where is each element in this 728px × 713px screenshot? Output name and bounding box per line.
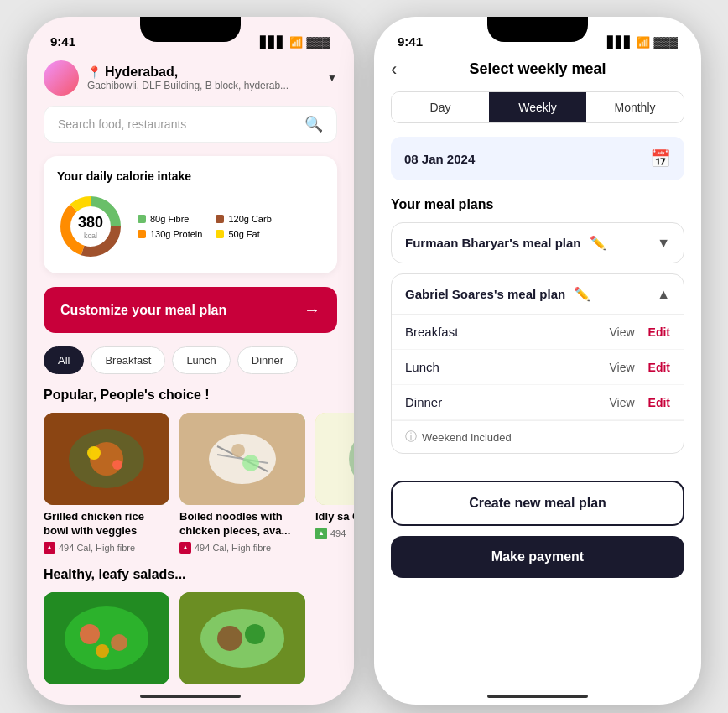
food-image-1 — [44, 413, 169, 505]
period-weekly-button[interactable]: Weekly — [489, 92, 586, 122]
make-payment-button[interactable]: Make payment — [391, 536, 684, 578]
salads-section-title: Healthy, leafy salads... — [27, 567, 354, 592]
calorie-title: Your daily calorie intake — [57, 169, 324, 183]
meal-plan-body-2: Breakfast View Edit Lunch View Edit Dinn… — [392, 314, 684, 453]
location-text: 📍 Hyderabad, Gachibowli, DLF Building, B… — [87, 65, 319, 91]
create-new-meal-plan-button[interactable]: Create new meal plan — [391, 481, 684, 526]
food-badge-2: ▲ — [179, 542, 191, 554]
back-button[interactable]: ‹ — [391, 59, 397, 81]
svg-point-14 — [231, 444, 245, 457]
status-icons-left: ▋▋▋ 📶 ▓▓▓ — [260, 36, 330, 49]
meal-actions-breakfast: View Edit — [609, 325, 670, 339]
meal-name-dinner: Dinner — [405, 395, 442, 409]
meal-plan-header-2[interactable]: Gabriel Soares's meal plan ✏️ ▲ — [392, 274, 684, 314]
view-dinner-button[interactable]: View — [609, 396, 634, 409]
avatar — [44, 60, 79, 96]
svg-point-26 — [217, 626, 242, 651]
weekend-label: Weekend included — [422, 431, 512, 444]
left-phone-content: 📍 Hyderabad, Gachibowli, DLF Building, B… — [27, 54, 354, 688]
fat-label: 50g Fat — [228, 229, 259, 239]
meal-plan-header-1[interactable]: Furmaan Bharyar's meal plan ✏️ ▼ — [392, 223, 684, 263]
meal-name-lunch: Lunch — [405, 360, 439, 374]
svg-rect-16 — [315, 413, 354, 505]
svg-point-9 — [112, 460, 122, 470]
edit-lunch-button[interactable]: Edit — [648, 361, 670, 374]
status-icons-right: ▋▋▋ 📶 ▓▓▓ — [607, 36, 678, 49]
meal-row-breakfast: Breakfast View Edit — [392, 315, 684, 350]
page-header: ‹ Select weekly meal — [374, 54, 701, 91]
edit-breakfast-button[interactable]: Edit — [648, 325, 670, 339]
chevron-down-icon[interactable]: ▼ — [327, 72, 337, 84]
home-indicator-left — [27, 688, 354, 705]
donut-chart: 380 kcal — [57, 193, 124, 260]
edit-dinner-button[interactable]: Edit — [648, 396, 670, 409]
fat-dot — [216, 230, 224, 238]
view-lunch-button[interactable]: View — [609, 361, 634, 374]
meal-actions-lunch: View Edit — [609, 361, 670, 374]
date-selector[interactable]: 08 Jan 2024 📅 — [391, 137, 684, 180]
meal-name-breakfast: Breakfast — [405, 325, 458, 339]
food-cards-salads — [27, 592, 354, 688]
calorie-unit: kcal — [78, 232, 103, 240]
svg-point-15 — [242, 455, 259, 471]
meal-plan-name-2: Gabriel Soares's meal plan ✏️ — [405, 286, 590, 302]
meal-plan-name-1: Furmaan Bharyar's meal plan ✏️ — [405, 235, 606, 251]
fibre-dot — [138, 215, 146, 223]
right-phone: 9:41 ▋▋▋ 📶 ▓▓▓ ‹ Select weekly meal Day … — [374, 17, 701, 705]
view-breakfast-button[interactable]: View — [609, 325, 634, 339]
filter-tab-lunch[interactable]: Lunch — [172, 346, 230, 374]
wifi-icon: 📶 — [289, 36, 303, 49]
arrow-right-icon: → — [304, 300, 320, 320]
time-left: 9:41 — [50, 34, 75, 49]
location-header: 📍 Hyderabad, Gachibowli, DLF Building, B… — [27, 54, 354, 106]
food-title-3: Idly sa Cocon — [315, 510, 354, 524]
food-title-2: Boiled noodles with chicken pieces, ava.… — [179, 510, 305, 539]
filter-tab-breakfast[interactable]: Breakfast — [91, 346, 165, 374]
page-title: Select weekly meal — [469, 60, 606, 78]
battery-icon: ▓▓▓ — [307, 36, 330, 49]
bottom-buttons: Create new meal plan Make payment — [374, 464, 701, 586]
legend-carb: 120g Carb — [216, 214, 280, 224]
food-title-1: Grilled chicken rice bowl with veggies — [44, 510, 169, 539]
food-badge-1: ▲ — [44, 542, 55, 554]
filter-tabs: All Breakfast Lunch Dinner — [27, 346, 354, 388]
notch — [140, 17, 241, 42]
fibre-label: 80g Fibre — [150, 214, 189, 224]
popular-section-title: Popular, People's choice ! — [27, 388, 354, 413]
salad-card-1[interactable] — [44, 592, 169, 688]
home-bar-left — [140, 695, 241, 698]
salad-card-2[interactable] — [179, 592, 305, 688]
food-card-3[interactable]: Idly sa Cocon ▲ 494 — [315, 413, 354, 554]
svg-point-27 — [245, 624, 265, 644]
filter-tab-all[interactable]: All — [44, 346, 84, 374]
home-indicator-right — [374, 688, 701, 705]
filter-tab-dinner[interactable]: Dinner — [237, 346, 298, 374]
customize-meal-plan-button[interactable]: Customize your meal plan → — [44, 287, 337, 333]
meal-plans-label: Your meal plans — [374, 194, 701, 222]
customize-label: Customize your meal plan — [60, 303, 226, 318]
svg-point-21 — [80, 624, 100, 644]
chevron-down-icon-plan1: ▼ — [657, 236, 670, 251]
period-day-button[interactable]: Day — [392, 92, 489, 122]
notch-right — [487, 17, 588, 42]
right-phone-content: ‹ Select weekly meal Day Weekly Monthly … — [374, 54, 701, 688]
salad-image-1 — [44, 592, 169, 684]
food-card-1[interactable]: Grilled chicken rice bowl with veggies ▲… — [44, 413, 169, 554]
food-image-2 — [179, 413, 305, 505]
carb-label: 120g Carb — [228, 214, 271, 224]
food-card-2[interactable]: Boiled noodles with chicken pieces, ava.… — [179, 413, 305, 554]
meal-plan-card-1: Furmaan Bharyar's meal plan ✏️ ▼ — [391, 222, 684, 263]
search-bar[interactable]: Search food, restaurants 🔍 — [44, 106, 337, 143]
meal-row-lunch: Lunch View Edit — [392, 350, 684, 385]
date-text: 08 Jan 2024 — [404, 152, 475, 166]
info-icon: ⓘ — [405, 429, 417, 445]
time-right: 9:41 — [398, 34, 423, 49]
food-meta-3: ▲ 494 — [315, 528, 354, 539]
calorie-legend: 80g Fibre 120g Carb 130g Protein 50g Fat — [138, 214, 281, 239]
period-monthly-button[interactable]: Monthly — [586, 92, 684, 122]
svg-point-22 — [111, 634, 127, 651]
search-icon[interactable]: 🔍 — [304, 115, 323, 133]
donut-center: 380 kcal — [78, 214, 103, 240]
legend-protein: 130g Protein — [138, 229, 202, 239]
calorie-card: Your daily calorie intake — [44, 156, 337, 273]
